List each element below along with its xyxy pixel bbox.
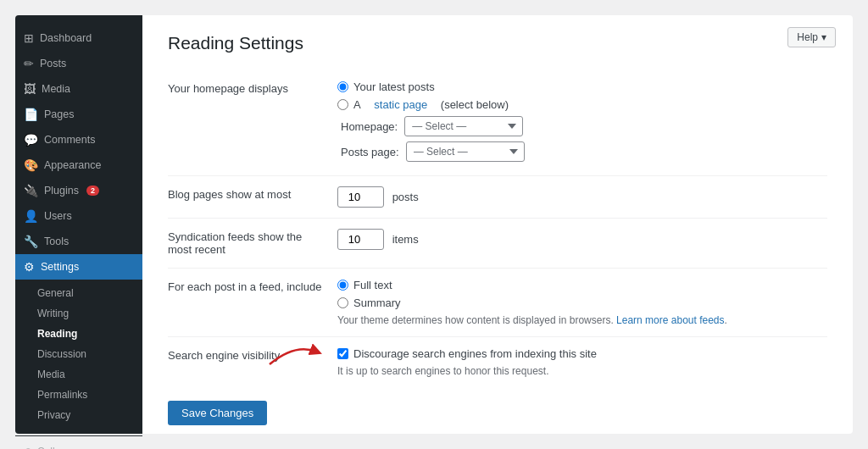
help-label: Help [797,31,818,43]
submenu-item-privacy[interactable]: Privacy [15,405,142,425]
radio-static-page: A static page (select below) [337,98,827,111]
sidebar-item-label: Settings [41,261,79,273]
pages-icon: 📄 [24,108,38,121]
media-icon: 🖼 [24,82,36,96]
sidebar: ⊞ Dashboard ✏ Posts 🖼 Media 📄 Pages 💬 Co… [15,15,142,434]
submenu-item-permalinks[interactable]: Permalinks [15,385,142,405]
blog-pages-row: Blog pages show at most 10 posts [168,176,827,219]
static-option-text: A [353,98,361,111]
collapse-label: Collapse menu [37,446,105,449]
radio-summary: Summary [337,297,827,309]
sidebar-item-dashboard[interactable]: ⊞ Dashboard [15,25,142,51]
radio-latest-input[interactable] [337,81,348,92]
blog-pages-input[interactable]: 10 [337,186,384,208]
submenu-item-media-sub[interactable]: Media [15,364,142,385]
syndication-feeds-input[interactable]: 10 [337,229,384,250]
search-visibility-options: Discourage search engines from indexing … [337,337,827,388]
homepage-displays-options: Your latest posts A static page (select … [337,70,827,176]
help-button[interactable]: Help ▾ [787,27,836,47]
tools-icon: 🔧 [24,235,38,248]
sidebar-item-label: Media [42,83,70,95]
sidebar-item-label: Plugins [44,185,79,197]
blog-pages-label: Blog pages show at most [168,176,337,219]
static-page-suffix: (select below) [441,98,509,111]
feed-include-label: For each post in a feed, include [168,269,337,337]
posts-page-select-row: Posts page: — Select — [337,141,827,162]
sidebar-item-label: Tools [44,236,69,247]
sidebar-item-posts[interactable]: ✏ Posts [15,51,142,76]
radio-latest-posts: Your latest posts [337,80,827,93]
sidebar-item-media[interactable]: 🖼 Media [15,76,142,102]
submenu-item-discussion[interactable]: Discussion [15,344,142,364]
syndication-feeds-row: Syndication feeds show the most recent 1… [168,219,827,269]
settings-icon: ⚙ [24,260,35,274]
homepage-select-row: Homepage: — Select — [337,116,827,136]
feed-include-options: Full text Summary Your theme determines … [337,269,827,337]
posts-page-label: Posts page: [341,146,399,158]
radio-full-text-input[interactable] [337,280,348,291]
syndication-feeds-suffix: items [392,233,419,246]
sidebar-item-label: Users [44,210,72,222]
dashboard-icon: ⊞ [24,31,34,45]
learn-more-link[interactable]: Learn more about feeds [616,314,724,326]
sidebar-item-users[interactable]: 👤 Users [15,203,142,229]
static-page-link[interactable]: static page [374,98,427,111]
blog-pages-input-cell: 10 posts [337,176,827,219]
appearance-icon: 🎨 [24,158,38,172]
search-visibility-checkbox[interactable] [337,348,348,359]
posts-page-select[interactable]: — Select — [406,141,525,162]
collapse-icon: ◉ [24,446,32,449]
sidebar-nav: ⊞ Dashboard ✏ Posts 🖼 Media 📄 Pages 💬 Co… [15,22,142,432]
syndication-feeds-label: Syndication feeds show the most recent [168,219,337,269]
help-arrow-icon: ▾ [821,31,826,43]
sidebar-item-tools[interactable]: 🔧 Tools [15,229,142,254]
radio-summary-label: Summary [353,297,401,309]
feed-include-row: For each post in a feed, include Full te… [168,269,827,337]
sidebar-item-appearance[interactable]: 🎨 Appearance [15,152,142,178]
homepage-select-label: Homepage: [341,120,398,133]
plugins-badge: 2 [86,186,99,196]
sidebar-item-label: Appearance [44,159,101,171]
feed-description: Your theme determines how content is dis… [337,314,827,326]
syndication-feeds-input-cell: 10 items [337,219,827,269]
sidebar-item-comments[interactable]: 💬 Comments [15,127,142,152]
annotation-arrow [261,339,329,369]
sidebar-divider [15,435,142,436]
submenu-item-writing[interactable]: Writing [15,303,142,324]
sidebar-item-label: Pages [44,108,74,120]
submenu-item-general[interactable]: General [15,283,142,303]
sidebar-item-plugins[interactable]: 🔌 Plugins 2 [15,178,142,203]
settings-submenu: General Writing Reading Discussion Media… [15,280,142,429]
posts-icon: ✏ [24,57,34,70]
blog-pages-suffix: posts [392,191,419,203]
feed-description-text: Your theme determines how content is dis… [337,314,614,326]
radio-full-text: Full text [337,279,827,291]
main-content: Help ▾ Reading Settings Your homepage di… [142,15,853,434]
sidebar-item-label: Posts [40,58,66,69]
users-icon: 👤 [24,209,38,223]
search-visibility-row: Search engine visibility Di [168,337,827,388]
radio-full-text-label: Full text [353,279,392,291]
search-visibility-checkbox-label: Discourage search engines from indexing … [353,347,597,360]
sidebar-item-settings[interactable]: ⚙ Settings [15,254,142,280]
radio-latest-label: Your latest posts [353,80,435,93]
submenu-item-reading[interactable]: Reading [15,324,142,344]
sidebar-item-label: Comments [44,134,95,146]
radio-static-input[interactable] [337,99,348,110]
comments-icon: 💬 [24,133,38,147]
sidebar-item-pages[interactable]: 📄 Pages [15,102,142,127]
page-title: Reading Settings [168,32,827,53]
radio-summary-input[interactable] [337,297,348,308]
plugins-icon: 🔌 [24,184,38,197]
search-visibility-checkbox-row: Discourage search engines from indexing … [337,347,827,360]
homepage-displays-label: Your homepage displays [168,70,337,176]
sidebar-item-label: Dashboard [40,32,92,44]
collapse-menu-button[interactable]: ◉ Collapse menu [15,440,142,449]
homepage-select[interactable]: — Select — [404,116,523,136]
homepage-displays-row: Your homepage displays Your latest posts… [168,70,827,176]
settings-table: Your homepage displays Your latest posts… [168,70,827,387]
search-visibility-description: It is up to search engines to honor this… [337,365,827,377]
save-changes-button[interactable]: Save Changes [168,401,267,425]
